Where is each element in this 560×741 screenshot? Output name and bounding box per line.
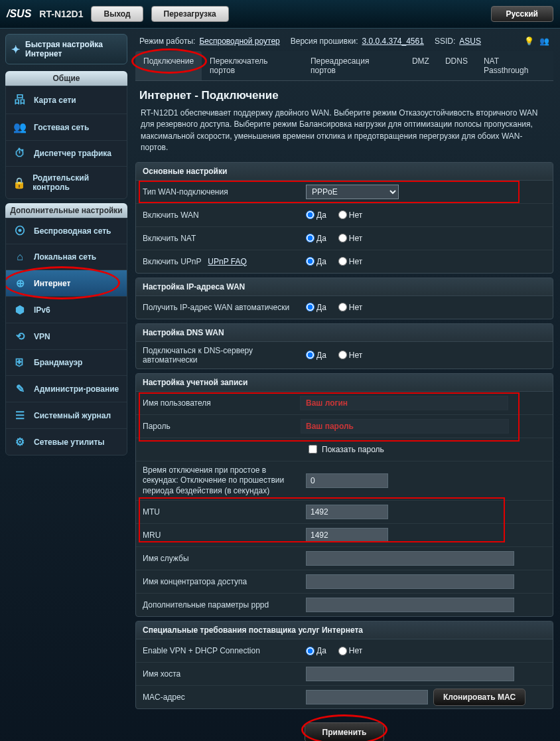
username-input[interactable] [300,396,508,410]
enable-upnp-no[interactable]: Нет [338,257,362,266]
panel-basic-head: Основные настройки [136,163,553,181]
menu-general: 品Карта сети 👥Гостевая сеть ⏱Диспетчер тр… [5,86,127,199]
label-password: Пароль [136,418,301,435]
enable-nat-yes[interactable]: Да [306,234,326,243]
section-general-head: Общие [5,71,127,86]
tab-connection[interactable]: Подключение [135,51,202,80]
mtu-input[interactable] [306,505,388,519]
sidebar: ✦ Быстрая настройка Интернет Общие 品Карт… [0,29,133,465]
tab-nat-passthrough[interactable]: NAT Passthrough [476,51,553,80]
panel-isp: Специальные требования поставщика услуг … [135,621,553,709]
enable-nat-no[interactable]: Нет [338,234,362,243]
label-hostname: Имя хоста [136,665,301,683]
tab-port-forward[interactable]: Переадресация портов [303,51,404,80]
label-wan-ip-auto: Получить IP-адрес WAN автоматически [136,299,301,316]
sidebar-item-wireless[interactable]: ⦿Беспроводная сеть [6,218,127,244]
sidebar-item-traffic-manager[interactable]: ⏱Диспетчер трафика [6,141,127,167]
enable-wan-yes[interactable]: Да [306,210,326,220]
label-vpn-dhcp: Enable VPN + DHCP Connection [136,642,301,659]
mode-link[interactable]: Беспроводной роутер [199,37,279,46]
sidebar-item-admin[interactable]: ✎Администри-рование [6,376,127,402]
panel-dns-head: Настройка DNS WAN [136,324,553,342]
panel-account: Настройка учетной записи Имя пользовател… [135,373,553,618]
tabs: Подключение Переключатель портов Переадр… [135,51,553,81]
main-content: Режим работы: Беспроводной роутер Версия… [133,29,560,741]
clone-mac-button[interactable]: Клонировать MAC [433,689,525,706]
people-icon: 👥 [13,121,27,133]
mac-input[interactable] [306,690,428,704]
label-enable-nat: Включить NAT [136,230,301,247]
mru-input[interactable] [306,528,388,542]
panel-dns: Настройка DNS WAN Подключаться к DNS-сер… [135,323,553,369]
label-pppd: Дополнительные параметры pppd [136,596,301,614]
ssid-link[interactable]: ASUS [459,37,481,46]
tab-port-trigger[interactable]: Переключатель портов [202,51,303,80]
status-bar: Режим работы: Беспроводной роутер Версия… [135,34,553,48]
vpn-icon: ⟲ [13,330,27,343]
panel-wan-ip-head: Настройка IP-адреса WAN [136,278,553,296]
firmware-link[interactable]: 3.0.0.4.374_4561 [362,37,423,46]
service-input[interactable] [306,551,514,566]
dns-auto-no[interactable]: Нет [338,351,362,360]
lock-icon: 🔒 [13,177,26,189]
label-ac: Имя концентратора доступа [136,573,301,590]
tab-ddns[interactable]: DDNS [437,51,476,80]
hostname-input[interactable] [306,667,514,681]
idle-input[interactable] [306,473,388,488]
apply-button[interactable]: Применить [305,722,385,741]
panel-wan-ip: Настройка IP-адреса WAN Получить IP-адре… [135,278,553,319]
sidebar-item-network-map[interactable]: 品Карта сети [6,86,127,114]
show-password-checkbox[interactable]: Показать пароль [306,443,384,455]
panel-basic: Основные настройки Тип WAN-подключения P… [135,162,553,274]
clients-icon[interactable]: 👥 [539,37,549,46]
label-username: Имя пользователя [136,394,301,412]
logout-button[interactable]: Выход [91,6,143,22]
sidebar-item-net-tools[interactable]: ⚙Сетевые утилиты [6,429,127,455]
label-idle-timeout: Время отключения при простое в секундах:… [136,461,301,501]
sidebar-item-syslog[interactable]: ☰Системный журнал [6,402,127,429]
quick-setup-button[interactable]: ✦ Быстрая настройка Интернет [5,34,127,64]
menu-advanced: ⦿Беспроводная сеть ⌂Локальная сеть ⊕ Инт… [5,218,127,455]
vpn-dhcp-no[interactable]: Нет [338,646,362,655]
wan-type-select[interactable]: PPPoE [306,185,399,199]
active-arrow-icon [127,278,127,289]
top-bar: /SUS RT-N12D1 Выход Перезагрузка Русский [0,0,560,29]
wan-ip-auto-no[interactable]: Нет [338,303,362,312]
password-input[interactable] [301,419,509,434]
page-title: Интернет - Подключение [135,81,553,108]
sidebar-item-lan[interactable]: ⌂Локальная сеть [6,244,127,270]
globe-icon: ⊕ [13,277,27,289]
page-description: RT-N12D1 обеспечивает поддержку двойного… [135,108,553,162]
sidebar-item-internet[interactable]: ⊕ Интернет [6,270,127,297]
tools-icon: ⚙ [13,436,27,448]
vpn-dhcp-yes[interactable]: Да [306,646,326,655]
label-enable-wan: Включить WAN [136,206,301,224]
quick-setup-label: Быстрая настройка Интернет [25,40,121,58]
sidebar-item-firewall[interactable]: ⛨Брандмауэр [6,350,127,376]
apply-row: Применить [135,713,553,741]
log-icon: ☰ [13,409,27,422]
brand-logo: /SUS [7,8,31,20]
reboot-button[interactable]: Перезагрузка [151,6,229,22]
sidebar-item-vpn[interactable]: ⟲VPN [6,323,127,350]
label-mac: MAC-адрес [136,689,301,706]
bulb-icon[interactable]: 💡 [524,37,534,46]
language-select[interactable]: Русский [491,6,554,22]
enable-upnp-yes[interactable]: Да [306,257,326,266]
label-mru: MRU [136,527,301,544]
tab-dmz[interactable]: DMZ [404,51,437,80]
upnp-faq-link[interactable]: UPnP FAQ [208,257,246,266]
label-enable-upnp: Включить UPnP UPnP FAQ [136,253,301,270]
network-icon: 品 [13,93,27,107]
pppd-input[interactable] [306,598,514,612]
dns-auto-yes[interactable]: Да [306,351,326,360]
sidebar-item-parental-control[interactable]: 🔒Родительский контроль [6,167,127,199]
ac-input[interactable] [306,574,514,589]
sidebar-item-ipv6[interactable]: ⬢IPv6 [6,297,127,323]
wand-icon: ✦ [11,43,20,56]
ipv6-icon: ⬢ [13,303,27,316]
sidebar-item-guest-network[interactable]: 👥Гостевая сеть [6,114,127,141]
wan-ip-auto-yes[interactable]: Да [306,303,326,312]
enable-wan-no[interactable]: Нет [338,210,362,220]
section-advanced-head: Дополнительные настройки [5,203,127,218]
